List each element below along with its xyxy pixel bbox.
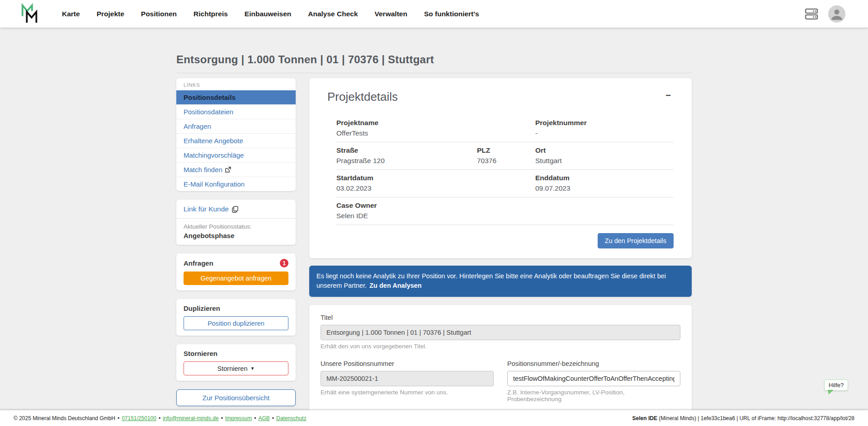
footer-agb-link[interactable]: AGB	[258, 415, 269, 421]
user-avatar-icon[interactable]	[828, 5, 845, 23]
position-form-card: Titel Erhält den von uns vorgegebenen Ti…	[309, 305, 692, 410]
projektdetails-card: Projektdetails − Projektname OfferTests …	[309, 78, 692, 258]
divider	[176, 218, 296, 219]
copy-icon	[232, 206, 238, 213]
sidebar-item-erhaltene-angebote[interactable]: Erhaltene Angebote	[176, 133, 296, 148]
positionsnummer-label: Unsere Positionsnummer	[321, 360, 494, 367]
bezeichnung-help-text: Z.B. Interne-Vorgangsnummer, LV-Position…	[507, 389, 680, 403]
footer-phone-link[interactable]: 07151/250100	[122, 415, 156, 421]
collapse-icon[interactable]: −	[663, 90, 674, 101]
footer: © 2025 Mineral Minds Deutschland GmbH • …	[0, 410, 868, 426]
sidebar: LINKS Positionsdetails Positionsdateien …	[176, 78, 296, 406]
page-title: Entsorgung | 1.000 Tonnen | 01 | 70376 |…	[176, 53, 692, 66]
top-navbar: Karte Projekte Positionen Richtpreis Ein…	[0, 0, 868, 28]
customer-link-card: Link für Kunde Aktueller Positionsstatus…	[176, 200, 296, 245]
projektdetails-table: Projektname OfferTests Projektnummer -	[336, 115, 674, 225]
sidebar-item-match-finden[interactable]: Match finden	[176, 162, 296, 177]
bezeichnung-label: Positionsnummer/-bezeichnung	[507, 360, 680, 367]
titel-label: Titel	[321, 314, 680, 321]
session-info: Selen IDE (Mineral Minds) | 1efe33c1bea6…	[632, 415, 854, 421]
nav-item-karte[interactable]: Karte	[62, 10, 80, 18]
nav-item-projekte[interactable]: Projekte	[97, 10, 124, 18]
footer-email-link[interactable]: info@mineral-minds.de	[163, 415, 219, 421]
duplizieren-card-title: Duplizieren	[184, 304, 288, 312]
table-row: Case Owner Selen IDE	[336, 197, 674, 225]
anfragen-count-badge: 1	[280, 259, 288, 267]
position-status-label: Aktueller Positionsstatus:	[184, 223, 288, 230]
positionsnummer-help-text: Erhält eine systemgenerierte Nummer von …	[321, 389, 494, 396]
anfragen-card-title: Anfragen	[184, 259, 213, 267]
table-row: Straße Pragstraße 120 PLZ 70376 Ort Stut…	[336, 142, 674, 170]
titel-input	[321, 325, 680, 340]
bezeichnung-input[interactable]	[507, 371, 680, 386]
positionsnummer-input	[321, 371, 494, 386]
anfragen-card: Anfragen 1 Gegenangebot anfragen	[176, 253, 296, 290]
gegenangebot-anfragen-button[interactable]: Gegenangebot anfragen	[184, 272, 288, 285]
nav-item-so-funktionierts[interactable]: So funktioniert's	[424, 10, 479, 18]
nav-item-richtpreis[interactable]: Richtpreis	[193, 10, 228, 18]
copyright-text: © 2025 Mineral Minds Deutschland GmbH	[14, 415, 115, 421]
sidebar-links-card: LINKS Positionsdetails Positionsdateien …	[176, 78, 296, 191]
sidebar-item-anfragen[interactable]: Anfragen	[176, 119, 296, 133]
server-icon[interactable]	[805, 8, 818, 20]
stornieren-card-title: Stornieren	[184, 350, 288, 357]
zu-den-analysen-link[interactable]: Zu den Analysen	[369, 282, 421, 289]
stornieren-card: Stornieren Stornieren ▼	[176, 344, 296, 381]
sidebar-item-positionsdateien[interactable]: Positionsdateien	[176, 104, 296, 119]
zu-den-projektdetails-button[interactable]: Zu den Projektdetails	[598, 233, 674, 248]
table-row: Startdatum 03.02.2023 Enddatum 09.07.202…	[336, 170, 674, 197]
caret-down-icon: ▼	[250, 366, 255, 371]
nav-item-verwalten[interactable]: Verwalten	[375, 10, 407, 18]
titel-help-text: Erhält den von uns vorgegebenen Titel.	[321, 343, 680, 350]
nav-item-positionen[interactable]: Positionen	[141, 10, 177, 18]
main-column: Projektdetails − Projektname OfferTests …	[309, 78, 692, 410]
sidebar-item-email-konfiguration[interactable]: E-Mail Konfiguration	[176, 177, 296, 191]
nav-item-analyse-check[interactable]: Analyse Check	[308, 10, 358, 18]
duplizieren-card: Duplizieren Position duplizieren	[176, 299, 296, 336]
nav-item-einbauweisen[interactable]: Einbauweisen	[245, 10, 291, 18]
stornieren-dropdown-button[interactable]: Stornieren ▼	[184, 361, 288, 375]
external-link-icon	[225, 167, 231, 173]
main-navigation: Karte Projekte Positionen Richtpreis Ein…	[62, 10, 479, 18]
analytik-info-banner: Es liegt noch keine Analytik zu Ihrer Po…	[309, 266, 692, 297]
sidebar-item-positionsdetails[interactable]: Positionsdetails	[176, 90, 296, 104]
link-fuer-kunde-link[interactable]: Link für Kunde	[184, 205, 238, 213]
footer-datenschutz-link[interactable]: Datenschutz	[276, 415, 307, 421]
position-status-value: Angebotsphase	[184, 232, 288, 239]
mineral-minds-logo-icon[interactable]	[20, 3, 40, 25]
hilfe-button[interactable]: Hilfe?	[824, 379, 848, 391]
content-viewport: Entsorgung | 1.000 Tonnen | 01 | 70376 |…	[0, 28, 868, 410]
title-divider	[176, 73, 692, 73]
position-duplizieren-button[interactable]: Position duplizieren	[184, 316, 288, 330]
zur-positionsuebersicht-button[interactable]: Zur Positionsübersicht	[176, 389, 296, 406]
sidebar-item-matchingvorschlaege[interactable]: Matchingvorschläge	[176, 148, 296, 162]
table-row: Projektname OfferTests Projektnummer -	[336, 115, 674, 142]
footer-impressum-link[interactable]: Impressum	[225, 415, 252, 421]
links-header: LINKS	[176, 78, 296, 90]
projektdetails-title: Projektdetails	[327, 90, 398, 104]
